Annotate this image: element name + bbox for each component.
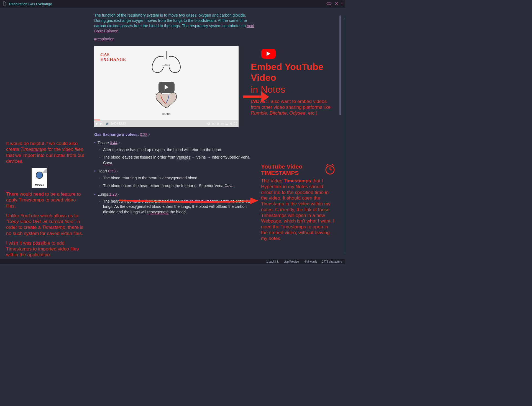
char-count[interactable]: 2778 characters	[322, 260, 342, 263]
svg-point-4	[342, 4, 342, 5]
mpeg4-file-icon: MPEG4	[32, 168, 47, 188]
cc-icon[interactable]: cc	[212, 122, 215, 125]
fullscreen-icon[interactable]: ⛶	[234, 122, 237, 125]
lungs-drawing: LUNGS	[148, 50, 184, 74]
left-annotation: It would be helpful if we could also cre…	[6, 141, 86, 259]
external-link-icon: ↗	[118, 142, 120, 145]
backlinks-count[interactable]: 1 backlink	[266, 260, 278, 263]
timestamp-link[interactable]: 0:53	[108, 169, 116, 173]
word-count[interactable]: 448 words	[304, 260, 317, 263]
theater-icon[interactable]: ▬	[226, 122, 228, 125]
arrow-icon	[117, 197, 259, 205]
external-link-icon: ↗	[148, 133, 150, 136]
pip-icon[interactable]: ⧉	[230, 122, 232, 125]
svg-point-0	[327, 2, 329, 5]
heart-drawing: HEART	[154, 90, 179, 117]
list-item: Heart 0:53↗The blood returning to the he…	[94, 169, 255, 188]
more-icon[interactable]	[341, 2, 342, 6]
video-time: 0:40 / 13:53	[111, 122, 126, 125]
svg-point-1	[329, 2, 331, 5]
timestamp-link[interactable]: 0:38	[140, 132, 147, 137]
editor-mode[interactable]: Live Preview	[283, 260, 299, 263]
external-link-icon: ↗	[116, 170, 118, 173]
note-content: The function of the respiratory system i…	[94, 13, 255, 217]
scrollbar[interactable]	[339, 15, 341, 254]
reading-view-icon[interactable]	[326, 2, 331, 6]
svg-point-2	[342, 2, 342, 2]
miniplayer-icon[interactable]: ▭	[221, 122, 224, 125]
embed-annotation: Embed YouTube Video in Notes (NOTE: I al…	[251, 49, 334, 116]
sub-list-item: The blood leaves the tissues in order fr…	[98, 155, 255, 165]
svg-text:HEART: HEART	[162, 113, 171, 115]
youtube-icon	[261, 49, 276, 59]
timestamp-link[interactable]: 0:44	[110, 141, 117, 145]
timestamps-annotation: YouTube Video TIMESTAMPS The Video Times…	[261, 163, 336, 241]
hashtag-link[interactable]: #respiration	[94, 37, 114, 41]
external-link-icon: ↗	[117, 193, 119, 196]
section-heading: Gas Exchange involves: 0:38↗	[94, 132, 255, 137]
svg-point-3	[342, 3, 342, 4]
autoplay-icon[interactable]: ⏻	[207, 122, 210, 125]
alarm-clock-icon	[324, 163, 336, 175]
play-icon[interactable]: ▶	[96, 122, 98, 125]
timestamp-link[interactable]: 1:20	[109, 192, 117, 196]
statusbar: 1 backlink Live Preview 448 words 2778 c…	[0, 259, 345, 264]
video-play-button[interactable]	[158, 82, 175, 93]
svg-text:LUNGS: LUNGS	[162, 64, 170, 66]
list-item: Tissue 0:44↗After the tissue has used up…	[94, 141, 255, 166]
video-controls[interactable]: ▶ ▶| 🔊 0:40 / 13:53 ⏻ cc ⚙ ▭ ▬ ⧉ ⛶	[94, 120, 239, 127]
collapse-right-icon[interactable]: ‹	[344, 17, 345, 21]
sub-list-item: The blood returning to the heart is deox…	[98, 175, 255, 181]
settings-icon[interactable]: ⚙	[217, 122, 219, 125]
titlebar: Respiration Gas Exchange	[0, 0, 345, 8]
intro-paragraph: The function of the respiratory system i…	[94, 13, 255, 34]
youtube-embed[interactable]: GASEXCHANGE LUNGS HEART ▶ ▶| 🔊 0:40 / 13…	[94, 46, 239, 127]
page-title: Respiration Gas Exchange	[9, 2, 52, 6]
next-icon[interactable]: ▶|	[100, 122, 103, 125]
sub-list-item: After the tissue has used up oxygen, the…	[98, 147, 255, 153]
document-icon	[3, 1, 6, 6]
close-icon[interactable]	[335, 2, 338, 6]
volume-icon[interactable]: 🔊	[106, 122, 109, 125]
sub-list-item: The blood enters the heart either throug…	[98, 183, 255, 189]
